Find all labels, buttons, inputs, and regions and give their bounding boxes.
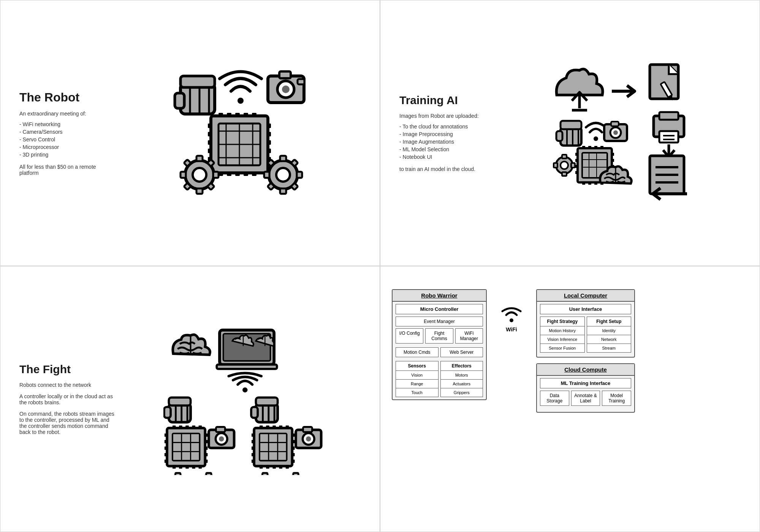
local-computer-inner: User Interface Fight Strategy Motion His… xyxy=(537,302,634,357)
svg-rect-184 xyxy=(291,434,295,437)
svg-rect-89 xyxy=(575,153,579,156)
svg-rect-194 xyxy=(260,465,263,469)
svg-point-220 xyxy=(510,318,513,322)
right-column: Local Computer User Interface Fight Stra… xyxy=(536,289,748,413)
svg-rect-192 xyxy=(279,426,283,429)
svg-rect-90 xyxy=(575,159,579,162)
svg-rect-181 xyxy=(252,446,255,450)
panel-the-fight: The Fight Robots connect to the network … xyxy=(0,266,380,532)
grippers-item: Grippers xyxy=(441,388,483,397)
svg-rect-23 xyxy=(218,113,223,117)
svg-rect-52 xyxy=(280,156,286,161)
training-icons xyxy=(513,61,741,205)
svg-rect-31 xyxy=(244,171,248,176)
svg-point-158 xyxy=(219,436,224,441)
motion-web-row: Motion Cmds Web Server xyxy=(396,347,483,359)
svg-rect-180 xyxy=(252,440,255,443)
svg-rect-30 xyxy=(235,171,240,176)
svg-rect-55 xyxy=(297,172,302,178)
svg-rect-142 xyxy=(179,426,182,429)
user-interface-label: User Interface xyxy=(540,304,631,314)
svg-rect-21 xyxy=(266,149,271,153)
svg-point-123 xyxy=(242,387,247,392)
network-item: Network xyxy=(587,335,631,344)
svg-point-83 xyxy=(594,136,598,141)
tbullet-5: Notebook UI xyxy=(399,153,506,161)
local-computer-title: Local Computer xyxy=(537,290,634,302)
svg-rect-148 xyxy=(185,465,189,469)
bullet-3d: 3D printing xyxy=(19,151,111,158)
svg-rect-179 xyxy=(252,434,255,437)
robot-title: The Robot xyxy=(19,90,111,104)
svg-rect-32 xyxy=(252,171,256,176)
robo-warrior-title: Robo Warrior xyxy=(393,290,486,302)
robot-text: The Robot An extraordinary meeting of: W… xyxy=(19,90,118,176)
svg-rect-198 xyxy=(286,465,289,469)
sensor-fusion-item: Sensor Fusion xyxy=(540,344,584,352)
cloud-compute-inner: ML Training Interface Data Storage Annot… xyxy=(537,376,634,412)
svg-rect-141 xyxy=(173,426,176,429)
svg-rect-210 xyxy=(263,473,268,475)
motion-cmds-label: Motion Cmds xyxy=(396,347,439,357)
svg-rect-162 xyxy=(176,473,180,475)
svg-rect-131 xyxy=(165,434,168,437)
svg-rect-147 xyxy=(179,465,182,469)
annotate-label-item: Annotate & Label xyxy=(571,391,600,406)
svg-point-41 xyxy=(193,168,206,182)
svg-rect-113 xyxy=(562,172,567,176)
svg-rect-112 xyxy=(562,155,567,158)
svg-rect-138 xyxy=(204,446,208,450)
svg-rect-82 xyxy=(556,131,562,141)
svg-rect-91 xyxy=(575,165,579,168)
svg-rect-168 xyxy=(206,473,211,475)
svg-rect-99 xyxy=(594,146,597,149)
svg-rect-5 xyxy=(175,93,184,108)
svg-rect-45 xyxy=(213,172,218,178)
svg-rect-24 xyxy=(227,113,231,117)
svg-rect-103 xyxy=(594,181,597,185)
fight-line3: On command, the robots stream images to … xyxy=(19,411,118,435)
svg-rect-197 xyxy=(279,465,283,469)
robot-subtitle: An extraordinary meeting of: xyxy=(19,111,111,117)
fight-setup-col: Fight Setup Identity Network Stream xyxy=(587,317,632,353)
robo-warrior-inner: Micro Controller Event Manager I/O Confi… xyxy=(393,302,486,399)
robo-warrior-box: Robo Warrior Micro Controller Event Mana… xyxy=(392,289,487,400)
touch-item: Touch xyxy=(396,388,438,397)
svg-rect-44 xyxy=(180,172,186,178)
svg-rect-14 xyxy=(208,132,212,136)
svg-rect-190 xyxy=(266,426,269,429)
motion-history-item: Motion History xyxy=(540,326,584,335)
svg-rect-67 xyxy=(659,112,678,120)
svg-rect-101 xyxy=(582,181,585,185)
svg-rect-78 xyxy=(560,121,581,129)
svg-rect-98 xyxy=(588,146,591,149)
svg-point-51 xyxy=(276,168,290,182)
svg-rect-15 xyxy=(208,140,212,145)
robot-bullets: WiFi networking Camera/Sensors Servo Con… xyxy=(19,120,111,158)
panel-the-robot: The Robot An extraordinary meeting of: W… xyxy=(0,0,380,266)
sensors-title: Sensors xyxy=(396,361,438,371)
fight-title: The Fight xyxy=(19,363,118,376)
wifi-section: WiFi xyxy=(494,304,529,332)
svg-rect-139 xyxy=(204,453,208,456)
training-text: Training AI Images from Robot are upload… xyxy=(399,94,513,172)
fight-line1: Robots connect to the network xyxy=(19,382,118,388)
svg-rect-27 xyxy=(252,113,256,117)
cloud-compute-title: Cloud Compute xyxy=(537,364,634,376)
svg-rect-149 xyxy=(192,465,195,469)
vision-item: Vision xyxy=(396,371,438,380)
training-note: to train an AI model in the cloud. xyxy=(399,166,506,172)
fight-line2: A controller locally or in the cloud act… xyxy=(19,393,118,405)
svg-rect-18 xyxy=(266,124,271,128)
svg-rect-115 xyxy=(571,163,575,168)
svg-rect-135 xyxy=(165,459,168,463)
robot-note: All for less than $50 on a remote platfo… xyxy=(19,164,111,176)
fight-comms-label: Fight Comms xyxy=(425,328,453,344)
svg-point-206 xyxy=(306,436,311,441)
panel-architecture: Robo Warrior Micro Controller Event Mana… xyxy=(380,266,760,532)
event-manager-label: Event Manager xyxy=(396,317,483,326)
training-title: Training AI xyxy=(399,94,506,107)
sensors-col: Sensors Vision Range Touch xyxy=(396,361,439,397)
svg-rect-136 xyxy=(204,434,208,437)
svg-rect-97 xyxy=(582,146,585,149)
